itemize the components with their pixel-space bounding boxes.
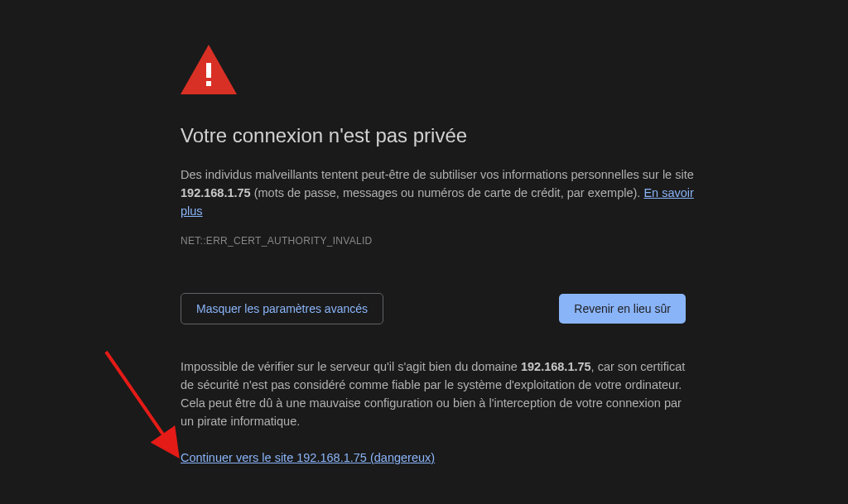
details-ip: 192.168.1.75	[521, 360, 591, 373]
button-row: Masquer les paramètres avancés Revenir e…	[181, 293, 686, 324]
warning-triangle-icon	[181, 45, 694, 99]
svg-rect-1	[206, 63, 211, 78]
details-text: Impossible de vérifier sur le serveur qu…	[181, 358, 686, 430]
body-ip: 192.168.1.75	[181, 186, 251, 199]
hide-advanced-button[interactable]: Masquer les paramètres avancés	[181, 293, 383, 324]
svg-rect-2	[206, 81, 211, 86]
details-prefix: Impossible de vérifier sur le serveur qu…	[181, 360, 521, 373]
page-title: Votre connexion n'est pas privée	[181, 124, 694, 147]
body-prefix: Des individus malveillants tentent peut-…	[181, 168, 694, 181]
warning-body: Des individus malveillants tentent peut-…	[181, 166, 694, 220]
error-code: NET::ERR_CERT_AUTHORITY_INVALID	[181, 235, 694, 247]
body-suffix: (mots de passe, messages ou numéros de c…	[251, 186, 644, 199]
back-to-safety-button[interactable]: Revenir en lieu sûr	[559, 294, 686, 324]
svg-line-4	[106, 352, 174, 450]
proceed-unsafe-link[interactable]: Continuer vers le site 192.168.1.75 (dan…	[181, 451, 435, 464]
ssl-warning-interstitial: Votre connexion n'est pas privée Des ind…	[181, 0, 694, 465]
